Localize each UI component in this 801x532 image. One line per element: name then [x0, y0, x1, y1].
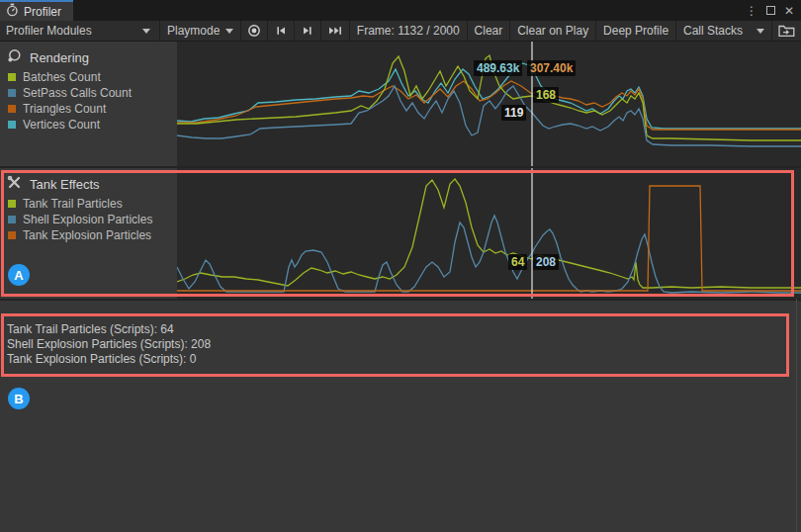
call-stacks-dropdown[interactable] — [750, 21, 771, 41]
window-controls: ⋮ ✕ — [746, 0, 801, 21]
module-title: Rendering — [30, 50, 89, 65]
legend-label: Shell Explosion Particles — [23, 213, 152, 226]
chevron-down-icon — [225, 29, 233, 34]
tank-effects-module-header[interactable]: Tank Effects — [0, 168, 177, 196]
call-stacks-button[interactable]: Call Stacks — [676, 21, 750, 41]
load-profile-button[interactable] — [772, 21, 801, 41]
current-frame-button[interactable] — [321, 21, 349, 41]
previous-frame-button[interactable] — [268, 21, 294, 41]
tab-bar: Profiler ⋮ ✕ — [0, 0, 801, 21]
module-tank-effects: 64208 Tank Effects Tank Trail Particles … — [0, 168, 801, 299]
legend-label: Triangles Count — [23, 102, 106, 116]
chevron-down-icon — [756, 29, 764, 34]
tab-bar-spacer — [73, 0, 746, 21]
profiler-window: Profiler ⋮ ✕ Profiler Modules Playmode — [0, 0, 801, 532]
frame-counter: Frame: 1132 / 2000 — [350, 21, 467, 41]
chart-value-label: 119 — [501, 105, 526, 121]
stopwatch-icon — [6, 3, 19, 20]
last-frame-icon — [327, 24, 343, 38]
module-details-pane: Tank Trail Particles (Scripts): 64 Shell… — [0, 301, 801, 532]
legend-swatch — [8, 231, 16, 239]
frame-counter-label: Frame: 1132 / 2000 — [357, 24, 460, 38]
clear-label: Clear — [475, 24, 503, 38]
legend-label: Vertices Count — [23, 118, 100, 132]
legend-swatch — [8, 89, 16, 97]
legend-swatch — [8, 216, 16, 223]
details-line-tank-trail: Tank Trail Particles (Scripts): 64 — [7, 322, 801, 337]
rendering-module-header[interactable]: Rendering — [0, 42, 177, 69]
legend-item-triangles-count[interactable]: Triangles Count — [0, 101, 177, 117]
tab-profiler[interactable]: Profiler — [0, 0, 73, 21]
record-icon — [247, 24, 261, 38]
legend-item-vertices-count[interactable]: Vertices Count — [0, 117, 177, 133]
details-line-tank-explosion: Tank Explosion Particles (Scripts): 0 — [7, 352, 801, 367]
profiler-modules-dropdown[interactable]: Profiler Modules — [0, 21, 159, 41]
legend-item-setpass-calls-count[interactable]: SetPass Calls Count — [0, 85, 177, 101]
record-button[interactable] — [241, 21, 267, 41]
chart-value-label: 168 — [533, 87, 559, 103]
deep-profile-label: Deep Profile — [603, 24, 668, 38]
legend-item-batches-count[interactable]: Batches Count — [0, 69, 177, 85]
legend-item-tank-trail-particles[interactable]: Tank Trail Particles — [0, 196, 177, 212]
open-folder-icon — [778, 25, 795, 38]
profiler-modules-label: Profiler Modules — [6, 24, 92, 38]
legend-label: Tank Trail Particles — [23, 197, 123, 211]
window-close-icon[interactable]: ✕ — [784, 5, 794, 17]
legend-swatch — [8, 73, 16, 81]
legend-label: Batches Count — [23, 70, 101, 84]
chevron-down-icon — [142, 29, 150, 34]
rendering-legend-pane: Rendering Batches Count SetPass Calls Co… — [0, 42, 177, 166]
call-stacks-label: Call Stacks — [683, 24, 743, 38]
window-maximize-icon[interactable] — [766, 6, 775, 15]
clear-button[interactable]: Clear — [468, 21, 510, 41]
tank-effects-chart[interactable]: 64208 — [177, 168, 801, 299]
module-title: Tank Effects — [30, 177, 100, 192]
playmode-label: Playmode — [167, 24, 220, 38]
pane-edge-line — [796, 299, 797, 532]
tools-icon — [7, 175, 22, 193]
window-menu-icon[interactable]: ⋮ — [746, 5, 757, 17]
legend-item-tank-explosion-particles[interactable]: Tank Explosion Particles — [0, 227, 177, 243]
legend-item-shell-explosion-particles[interactable]: Shell Explosion Particles — [0, 212, 177, 227]
chart-value-label: 489.63k — [474, 60, 522, 76]
playmode-dropdown[interactable]: Playmode — [160, 21, 240, 41]
chart-value-label: 64 — [508, 254, 527, 270]
legend-swatch — [8, 200, 16, 208]
chart-value-label: 208 — [533, 254, 559, 270]
rendering-module-icon — [7, 48, 22, 66]
next-frame-icon — [301, 24, 314, 38]
clear-on-play-label: Clear on Play — [517, 24, 588, 38]
details-line-shell-explosion: Shell Explosion Particles (Scripts): 208 — [7, 337, 801, 352]
rendering-chart[interactable]: 489.63k307.40k168119 — [177, 42, 801, 166]
deep-profile-button[interactable]: Deep Profile — [596, 21, 675, 41]
legend-label: Tank Explosion Particles — [23, 228, 151, 242]
legend-label: SetPass Calls Count — [23, 86, 132, 100]
module-rendering: 489.63k307.40k168119 Rendering Batches C… — [0, 42, 801, 166]
annotation-badge-a: A — [8, 264, 30, 286]
legend-swatch — [8, 121, 16, 129]
legend-swatch — [8, 105, 16, 113]
next-frame-button[interactable] — [295, 21, 320, 41]
annotation-badge-b: B — [8, 388, 30, 409]
previous-frame-icon — [274, 24, 288, 38]
tab-title: Profiler — [24, 5, 61, 19]
profiler-toolbar: Profiler Modules Playmode — [0, 21, 801, 42]
clear-on-play-button[interactable]: Clear on Play — [510, 21, 595, 41]
chart-value-label: 307.40k — [527, 60, 576, 76]
